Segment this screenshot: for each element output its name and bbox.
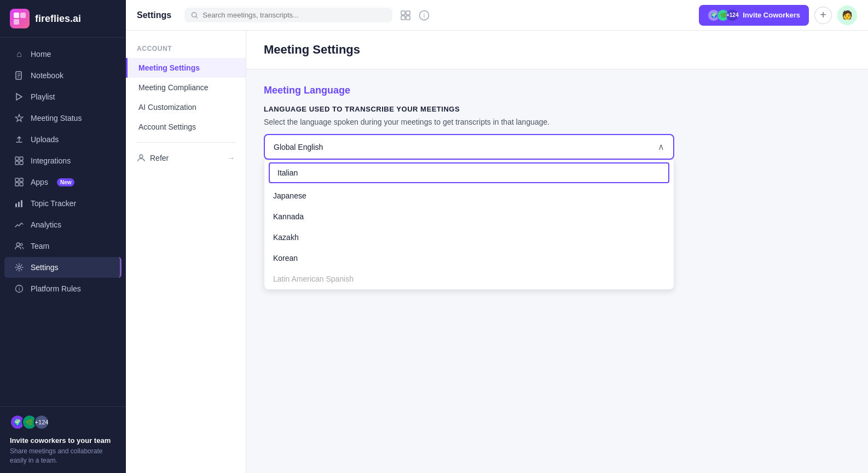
svg-rect-16 [15, 203, 17, 207]
dropdown-item-japanese[interactable]: Japanese [264, 185, 674, 206]
sidebar-label-settings: Settings [31, 263, 59, 272]
info-icon[interactable]: i [419, 10, 430, 21]
svg-text:i: i [19, 286, 20, 292]
svg-rect-27 [401, 16, 405, 20]
dropdown-label-korean: Korean [273, 254, 298, 262]
subnav-divider [137, 142, 235, 143]
svg-rect-15 [20, 183, 23, 186]
subnav-label-ai-customization: AI Customization [138, 103, 196, 112]
subnav-item-meeting-settings[interactable]: Meeting Settings [126, 58, 246, 78]
settings-page-body: Meeting Language LANGUAGE USED TO TRANSC… [246, 69, 868, 260]
meeting-status-icon [14, 113, 24, 123]
svg-point-19 [16, 243, 20, 246]
page-title: Meeting Settings [264, 43, 850, 57]
sidebar-label-uploads: Uploads [31, 135, 59, 144]
sidebar-item-platform-rules[interactable]: i Platform Rules [4, 278, 121, 299]
language-selected-value: Global English [274, 143, 323, 151]
sidebar-item-settings[interactable]: Settings [4, 257, 121, 278]
analytics-icon [14, 220, 24, 230]
invite-btn-avatars: 🌍 🌿 +124 [708, 9, 738, 21]
language-select[interactable]: Global English ∧ [264, 134, 674, 160]
dropdown-item-italian[interactable]: Italian [269, 162, 669, 183]
svg-rect-13 [20, 178, 23, 182]
search-bar[interactable] [184, 8, 392, 22]
sidebar-item-playlist[interactable]: Playlist [4, 86, 121, 107]
avatar-group: 🌍 🌿 +124 [10, 414, 116, 430]
team-icon [14, 241, 24, 251]
apps-icon [14, 177, 24, 187]
subnav-item-meeting-compliance[interactable]: Meeting Compliance [126, 78, 246, 97]
avatar-count: +124 [34, 414, 49, 430]
language-field-label: LANGUAGE USED TO TRANSCRIBE YOUR MEETING… [264, 105, 850, 113]
svg-rect-26 [406, 11, 410, 15]
topbar-title: Settings [137, 10, 171, 20]
svg-rect-25 [401, 11, 405, 15]
language-select-wrapper: Global English ∧ Italian Japanese Kan [264, 134, 674, 160]
sidebar-item-analytics[interactable]: Analytics [4, 214, 121, 235]
sidebar-logo[interactable]: fireflies.ai [0, 0, 126, 38]
sidebar-item-home[interactable]: ⌂ Home [4, 44, 121, 65]
svg-rect-28 [406, 16, 410, 20]
search-icon [191, 11, 198, 19]
svg-marker-7 [16, 94, 22, 100]
dropdown-label-latin-american-spanish: Latin American Spanish [273, 275, 354, 283]
dropdown-label-kazakh: Kazakh [273, 233, 299, 242]
svg-rect-1 [20, 13, 26, 18]
sidebar-label-notebook: Notebook [31, 71, 63, 80]
refer-arrow-icon: → [227, 154, 235, 162]
settings-icon [14, 262, 24, 272]
dropdown-label-kannada: Kannada [273, 212, 304, 221]
svg-rect-18 [21, 200, 22, 207]
sidebar-bottom: 🌍 🌿 +124 Invite coworkers to your team S… [0, 406, 126, 473]
topbar-icons: 🌍 🌿 +124 Invite Coworkers + 🧑 [699, 5, 857, 26]
sidebar-label-apps: Apps [31, 178, 48, 186]
user-avatar[interactable]: 🧑 [837, 5, 857, 25]
dropdown-item-kazakh[interactable]: Kazakh [264, 227, 674, 248]
sidebar-label-analytics: Analytics [31, 220, 61, 229]
home-icon: ⌂ [14, 49, 24, 59]
main-area: Settings i 🌍 🌿 +124 [126, 0, 868, 473]
dropdown-item-korean[interactable]: Korean [264, 248, 674, 268]
subnav-item-ai-customization[interactable]: AI Customization [126, 97, 246, 117]
sidebar-item-meeting-status[interactable]: Meeting Status [4, 108, 121, 129]
sidebar-item-topic-tracker[interactable]: Topic Tracker [4, 193, 121, 214]
refer-person-icon [137, 154, 146, 162]
language-dropdown[interactable]: Italian Japanese Kannada Kazakh [264, 160, 674, 290]
sidebar-item-team[interactable]: Team [4, 236, 121, 256]
svg-rect-14 [15, 183, 19, 186]
language-field-description: Select the language spoken during your m… [264, 118, 850, 126]
sidebar-item-integrations[interactable]: Integrations [4, 150, 121, 171]
uploads-icon [14, 135, 24, 144]
invite-coworkers-button[interactable]: 🌍 🌿 +124 Invite Coworkers [699, 5, 809, 26]
svg-rect-9 [20, 157, 23, 160]
settings-page-header: Meeting Settings [246, 31, 868, 69]
apps-new-badge: New [57, 178, 75, 186]
subnav-label-meeting-compliance: Meeting Compliance [138, 83, 209, 92]
sidebar-label-integrations: Integrations [31, 156, 71, 165]
subnav-refer[interactable]: Refer → [126, 148, 246, 168]
topic-tracker-icon [14, 198, 24, 208]
svg-point-21 [18, 266, 21, 269]
subnav-refer-label: Refer [150, 154, 169, 162]
subnav-section-label: Account [126, 42, 246, 58]
notebook-icon [14, 71, 24, 80]
subnav-item-account-settings[interactable]: Account Settings [126, 117, 246, 137]
add-button[interactable]: + [814, 7, 832, 24]
meeting-language-heading: Meeting Language [264, 85, 850, 96]
dropdown-item-latin-american-spanish[interactable]: Latin American Spanish [264, 268, 674, 289]
svg-rect-2 [14, 19, 19, 25]
sidebar-navigation: ⌂ Home Notebook Playlist Meeting Status [0, 38, 126, 406]
svg-rect-12 [15, 178, 19, 182]
sidebar-item-uploads[interactable]: Uploads [4, 129, 121, 150]
sidebar-item-notebook[interactable]: Notebook [4, 65, 121, 86]
search-input[interactable] [202, 11, 386, 19]
grid-icon[interactable] [400, 10, 411, 21]
dropdown-item-kannada[interactable]: Kannada [264, 206, 674, 227]
integrations-icon [14, 156, 24, 166]
topbar: Settings i 🌍 🌿 +124 [126, 0, 868, 31]
invite-title: Invite coworkers to your team [10, 436, 116, 445]
sidebar-item-apps[interactable]: Apps New [4, 172, 121, 192]
svg-point-31 [140, 155, 143, 158]
sidebar-label-platform-rules: Platform Rules [31, 284, 81, 293]
platform-rules-icon: i [14, 284, 24, 294]
